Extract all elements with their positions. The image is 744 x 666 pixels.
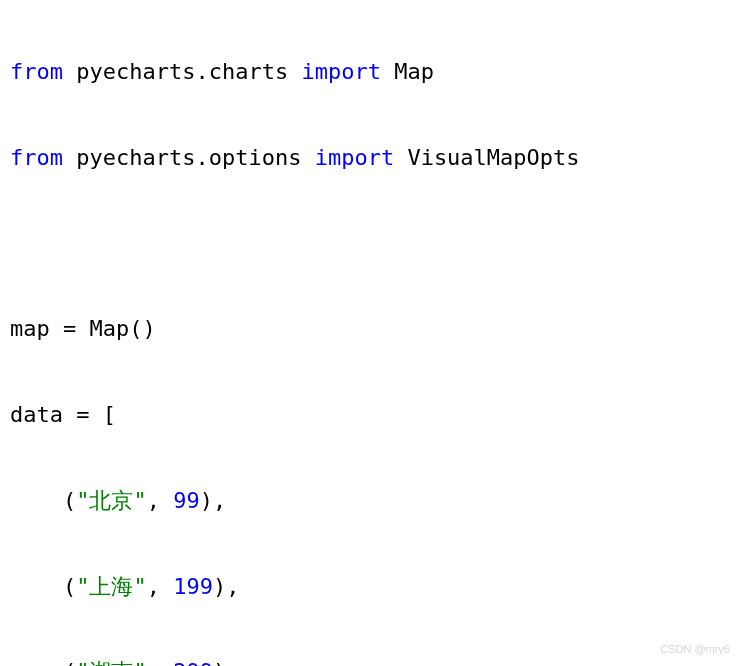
code-block: from pyecharts.charts import Map from py…: [10, 8, 734, 666]
code-line-6: ("北京", 99),: [10, 480, 734, 523]
code-text: ,: [147, 488, 174, 513]
code-line-2: from pyecharts.options import VisualMapO…: [10, 137, 734, 180]
number-literal: 199: [173, 574, 213, 599]
code-text: ),: [200, 488, 227, 513]
string-literal: "北京": [76, 488, 147, 513]
code-text: ,: [147, 574, 174, 599]
number-literal: 299: [173, 659, 213, 666]
code-text: VisualMapOpts: [394, 145, 579, 170]
code-text: ),: [213, 659, 240, 666]
code-text: data = [: [10, 402, 116, 427]
code-line-3: [10, 222, 734, 265]
string-literal: "湖南": [76, 659, 147, 666]
code-text: pyecharts.options: [63, 145, 315, 170]
code-text: ),: [213, 574, 240, 599]
code-text: (: [10, 488, 76, 513]
code-text: ,: [147, 659, 174, 666]
watermark: CSDN @mry6: [660, 639, 730, 660]
code-text: (: [10, 574, 76, 599]
keyword-import: import: [301, 59, 380, 84]
code-line-5: data = [: [10, 394, 734, 437]
code-line-7: ("上海", 199),: [10, 566, 734, 609]
keyword-from: from: [10, 145, 63, 170]
number-literal: 99: [173, 488, 200, 513]
code-line-8: ("湖南", 299),: [10, 651, 734, 666]
code-text: map = Map(): [10, 316, 156, 341]
string-literal: "上海": [76, 574, 147, 599]
code-line-4: map = Map(): [10, 308, 734, 351]
keyword-import: import: [315, 145, 394, 170]
keyword-from: from: [10, 59, 63, 84]
code-line-1: from pyecharts.charts import Map: [10, 51, 734, 94]
code-text: (: [10, 659, 76, 666]
code-text: Map: [381, 59, 434, 84]
code-text: pyecharts.charts: [63, 59, 301, 84]
